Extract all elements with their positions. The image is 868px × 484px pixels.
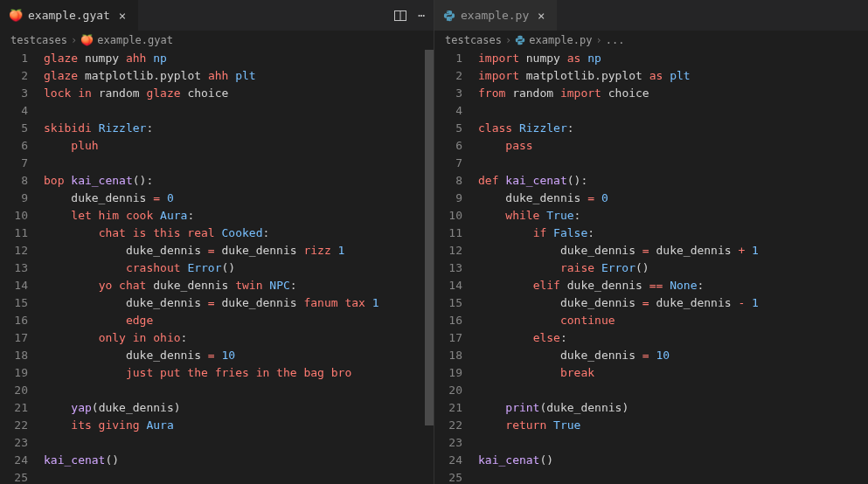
code-line[interactable]: let him cook Aura: xyxy=(44,207,434,225)
close-icon[interactable]: × xyxy=(534,9,548,23)
code-line[interactable]: else: xyxy=(478,329,868,347)
line-number: 13 xyxy=(0,259,28,277)
code-line[interactable]: pass xyxy=(478,137,868,155)
code-line[interactable]: chat is this real Cooked: xyxy=(44,225,434,242)
breadcrumb-more[interactable]: ... xyxy=(606,34,625,46)
code-line[interactable] xyxy=(44,155,434,172)
chevron-right-icon: › xyxy=(505,34,511,46)
line-number: 6 xyxy=(434,137,462,155)
code-line[interactable]: yap(duke_dennis) xyxy=(44,399,434,417)
peach-icon: 🍑 xyxy=(80,34,94,46)
code-line[interactable] xyxy=(44,382,434,399)
line-number: 2 xyxy=(0,67,28,85)
line-number: 14 xyxy=(434,277,462,294)
code-line[interactable] xyxy=(44,434,434,452)
close-icon[interactable]: × xyxy=(115,9,129,23)
code-editor-right[interactable]: 1234567891011121314151617181920212223242… xyxy=(434,50,868,484)
code-line[interactable]: lock in random glaze choice xyxy=(44,85,434,102)
code-line[interactable]: glaze numpy ahh np xyxy=(44,50,434,67)
python-icon xyxy=(443,10,455,22)
tab-example-py[interactable]: example.py × xyxy=(434,0,558,31)
line-number: 22 xyxy=(434,417,462,434)
code-line[interactable]: raise Error() xyxy=(478,259,868,277)
code-line[interactable]: continue xyxy=(478,312,868,329)
code-editor-left[interactable]: 1234567891011121314151617181920212223242… xyxy=(0,50,434,484)
code-line[interactable]: duke_dennis = duke_dennis - 1 xyxy=(478,294,868,312)
code-line[interactable] xyxy=(478,434,868,452)
code-line[interactable] xyxy=(478,102,868,120)
breadcrumb-folder[interactable]: testcases xyxy=(10,34,67,46)
line-number: 16 xyxy=(434,312,462,329)
line-number: 7 xyxy=(434,155,462,172)
code-line[interactable]: duke_dennis = 10 xyxy=(44,347,434,364)
line-number: 8 xyxy=(0,172,28,190)
code-line[interactable]: class Rizzler: xyxy=(478,120,868,137)
code-line[interactable]: duke_dennis = duke_dennis rizz 1 xyxy=(44,242,434,259)
tab-example-gyat[interactable]: 🍑 example.gyat × xyxy=(0,0,139,31)
code-line[interactable]: bop kai_cenat(): xyxy=(44,172,434,190)
line-number: 23 xyxy=(434,434,462,452)
code-line[interactable]: while True: xyxy=(478,207,868,225)
line-number: 24 xyxy=(0,452,28,469)
line-number: 14 xyxy=(0,277,28,294)
code-line[interactable]: def kai_cenat(): xyxy=(478,172,868,190)
line-number: 17 xyxy=(434,329,462,347)
breadcrumb-right[interactable]: testcases › example.py › ... xyxy=(434,31,868,50)
code-line[interactable]: duke_dennis = 0 xyxy=(478,190,868,207)
line-number: 23 xyxy=(0,434,28,452)
code-line[interactable] xyxy=(44,102,434,120)
code-line[interactable]: only in ohio: xyxy=(44,329,434,347)
scrollbar-thumb[interactable] xyxy=(425,50,434,425)
code-content[interactable]: import numpy as npimport matplotlib.pypl… xyxy=(478,50,868,484)
code-line[interactable] xyxy=(44,469,434,484)
line-number: 19 xyxy=(434,364,462,382)
code-line[interactable]: import numpy as np xyxy=(478,50,868,67)
code-line[interactable]: yo chat duke_dennis twin NPC: xyxy=(44,277,434,294)
code-line[interactable]: duke_dennis = 10 xyxy=(478,347,868,364)
line-number: 21 xyxy=(0,399,28,417)
code-line[interactable]: kai_cenat() xyxy=(44,452,434,469)
tab-bar-left: 🍑 example.gyat × ⋯ xyxy=(0,0,434,31)
line-number: 21 xyxy=(434,399,462,417)
code-line[interactable]: break xyxy=(478,364,868,382)
breadcrumb-file[interactable]: example.gyat xyxy=(97,34,173,46)
code-line[interactable] xyxy=(478,155,868,172)
code-line[interactable]: crashout Error() xyxy=(44,259,434,277)
code-line[interactable]: just put the fries in the bag bro xyxy=(44,364,434,382)
code-line[interactable]: import matplotlib.pyplot as plt xyxy=(478,67,868,85)
more-actions-icon[interactable]: ⋯ xyxy=(418,9,425,23)
code-line[interactable]: duke_dennis = 0 xyxy=(44,190,434,207)
code-line[interactable]: duke_dennis = duke_dennis + 1 xyxy=(478,242,868,259)
code-line[interactable]: from random import choice xyxy=(478,85,868,102)
line-number: 1 xyxy=(0,50,28,67)
code-line[interactable]: if False: xyxy=(478,225,868,242)
code-content[interactable]: glaze numpy ahh npglaze matplotlib.pyplo… xyxy=(44,50,434,484)
code-line[interactable] xyxy=(478,469,868,484)
line-number: 7 xyxy=(0,155,28,172)
breadcrumb-folder[interactable]: testcases xyxy=(445,34,502,46)
line-number: 12 xyxy=(434,242,462,259)
code-line[interactable]: edge xyxy=(44,312,434,329)
tab-label: example.py xyxy=(461,9,529,22)
code-line[interactable]: duke_dennis = duke_dennis fanum tax 1 xyxy=(44,294,434,312)
code-line[interactable]: print(duke_dennis) xyxy=(478,399,868,417)
line-number: 9 xyxy=(0,190,28,207)
code-line[interactable]: elif duke_dennis == None: xyxy=(478,277,868,294)
code-line[interactable]: return True xyxy=(478,417,868,434)
breadcrumb-left[interactable]: testcases › 🍑 example.gyat xyxy=(0,31,434,50)
line-number: 25 xyxy=(0,469,28,484)
line-number: 4 xyxy=(0,102,28,120)
tab-bar-right: example.py × xyxy=(434,0,868,31)
code-line[interactable] xyxy=(478,382,868,399)
code-line[interactable]: kai_cenat() xyxy=(478,452,868,469)
code-line[interactable]: pluh xyxy=(44,137,434,155)
vertical-scrollbar[interactable] xyxy=(425,50,434,484)
breadcrumb-file[interactable]: example.py xyxy=(529,34,592,46)
split-editor-icon[interactable] xyxy=(393,9,407,23)
code-line[interactable]: glaze matplotlib.pyplot ahh plt xyxy=(44,67,434,85)
code-line[interactable]: its giving Aura xyxy=(44,417,434,434)
line-number: 24 xyxy=(434,452,462,469)
line-number: 22 xyxy=(0,417,28,434)
code-line[interactable]: skibidi Rizzler: xyxy=(44,120,434,137)
line-number: 16 xyxy=(0,312,28,329)
